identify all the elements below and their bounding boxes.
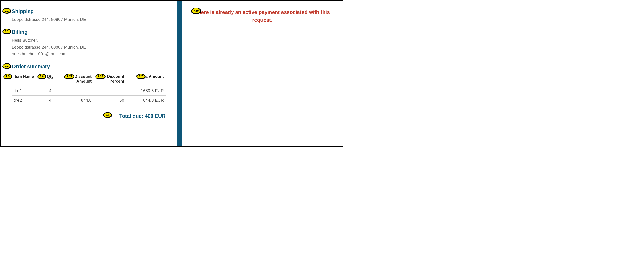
error-message: 7.15 There is already an active payment … [191, 8, 334, 24]
cell-item-name: tire1 [12, 86, 42, 95]
annotation-marker: 7.2 [2, 29, 11, 34]
cell-discount-amount: 844.8 [58, 95, 93, 105]
col-qty: Qty [42, 72, 58, 86]
order-summary-heading: Order summary [12, 64, 168, 70]
annotation-marker: 7.3 [2, 63, 11, 68]
right-panel: 7.15 There is already an active payment … [182, 1, 342, 146]
shipping-heading: Shipping [12, 8, 168, 14]
left-panel: 7.1 Shipping Leopoldstrasse 244, 80807 M… [1, 1, 177, 146]
billing-name: Hells Butcher, [12, 37, 168, 44]
error-text: There is already an active payment assoc… [195, 9, 330, 23]
billing-email: hells.butcher_001@mail.com [12, 50, 168, 57]
col-item-name: Item Name [12, 72, 42, 86]
cell-gross-amount: 844.8 EUR [126, 95, 166, 105]
cell-qty: 4 [42, 95, 58, 105]
total-due-text: Total due: 400 EUR [119, 113, 166, 119]
col-gross-amount: Gross Amount [126, 72, 166, 86]
cell-item-name: tire2 [12, 95, 42, 105]
annotation-marker: 7.1 [2, 8, 11, 13]
billing-heading: Billing [12, 29, 168, 35]
shipping-address: Leopoldstrasse 244, 80807 Munich, DE [12, 16, 168, 23]
table-row: tire2 4 844.8 50 844.8 EUR [12, 95, 166, 105]
order-summary-section: 7.3 Order summary 7.5 7.6 7.13 7.14 7.7 … [12, 64, 168, 119]
cell-qty: 4 [42, 86, 58, 95]
cell-discount-percent [93, 86, 126, 95]
total-due: 7.8 Total due: 400 EUR [12, 113, 166, 119]
shipping-section: 7.1 Shipping Leopoldstrasse 244, 80807 M… [12, 8, 168, 23]
vertical-divider [177, 1, 182, 146]
cell-discount-percent: 50 [93, 95, 126, 105]
checkout-container: 7.1 Shipping Leopoldstrasse 244, 80807 M… [0, 0, 343, 147]
cell-gross-amount: 1689.6 EUR [126, 86, 166, 95]
annotation-marker: 7.5 [3, 73, 12, 79]
billing-address: Leopoldstrasse 244, 80807 Munich, DE [12, 44, 168, 50]
table-row: tire1 4 1689.6 EUR [12, 86, 166, 95]
annotation-marker: 7.8 [103, 112, 112, 118]
col-discount-amount: Discount Amount [58, 72, 93, 86]
cell-discount-amount [58, 86, 93, 95]
billing-section: 7.2 Billing Hells Butcher, Leopoldstrass… [12, 29, 168, 57]
